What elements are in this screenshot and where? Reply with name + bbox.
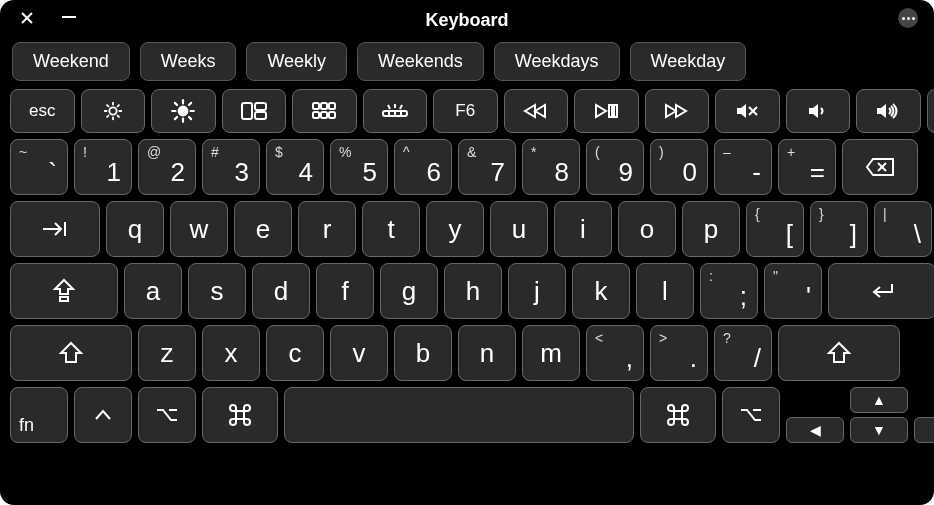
key-shift-label: < xyxy=(595,330,603,346)
close-button[interactable] xyxy=(18,10,36,28)
comma-key[interactable]: <, xyxy=(586,325,644,381)
svg-rect-57 xyxy=(60,297,68,301)
7-key[interactable]: &7 xyxy=(458,139,516,195)
more-options-button[interactable] xyxy=(898,8,918,28)
left-bracket-key[interactable]: {[ xyxy=(746,201,804,257)
left-command-key[interactable] xyxy=(202,387,278,443)
j-key[interactable]: j xyxy=(508,263,566,319)
suggestion-item[interactable]: Weekdays xyxy=(494,42,620,81)
6-key[interactable]: ^6 xyxy=(394,139,452,195)
right-bracket-key[interactable]: }] xyxy=(810,201,868,257)
9-key[interactable]: (9 xyxy=(586,139,644,195)
suggestion-item[interactable]: Weekends xyxy=(357,42,484,81)
i-key[interactable]: i xyxy=(554,201,612,257)
rewind-key[interactable] xyxy=(504,89,569,133)
z-key[interactable]: z xyxy=(138,325,196,381)
mute-key[interactable] xyxy=(715,89,780,133)
option-key[interactable] xyxy=(138,387,196,443)
semicolon-key[interactable]: :; xyxy=(700,263,758,319)
arrow-down-key[interactable]: ▼ xyxy=(850,417,908,443)
arrow-right-key[interactable]: ▶ xyxy=(914,417,934,443)
suggestion-item[interactable]: Weeks xyxy=(140,42,237,81)
list-key[interactable] xyxy=(927,89,935,133)
quote-key[interactable]: "' xyxy=(764,263,822,319)
play-pause-key[interactable] xyxy=(574,89,639,133)
arrow-up-key[interactable]: ▲ xyxy=(850,387,908,413)
l-key[interactable]: l xyxy=(636,263,694,319)
control-key[interactable] xyxy=(74,387,132,443)
v-key[interactable]: v xyxy=(330,325,388,381)
t-key[interactable]: t xyxy=(362,201,420,257)
arrow-left-key[interactable]: ◀ xyxy=(786,417,844,443)
key-label: j xyxy=(534,276,540,307)
x-key[interactable]: x xyxy=(202,325,260,381)
q-key[interactable]: q xyxy=(106,201,164,257)
fast-forward-key[interactable] xyxy=(645,89,710,133)
right-option-key[interactable] xyxy=(722,387,780,443)
slash-key[interactable]: ?/ xyxy=(714,325,772,381)
b-key[interactable]: b xyxy=(394,325,452,381)
caps-lock-key[interactable] xyxy=(10,263,118,319)
volume-down-icon xyxy=(807,102,829,120)
8-key[interactable]: *8 xyxy=(522,139,580,195)
h-key[interactable]: h xyxy=(444,263,502,319)
volume-up-key[interactable] xyxy=(856,89,921,133)
backtick-key[interactable]: ~` xyxy=(10,139,68,195)
2-key[interactable]: @2 xyxy=(138,139,196,195)
key-label: , xyxy=(626,343,633,374)
p-key[interactable]: p xyxy=(682,201,740,257)
esc-key[interactable]: esc xyxy=(10,89,75,133)
backslash-key[interactable]: |\ xyxy=(874,201,932,257)
f-key[interactable]: f xyxy=(316,263,374,319)
u-key[interactable]: u xyxy=(490,201,548,257)
c-key[interactable]: c xyxy=(266,325,324,381)
backspace-key[interactable] xyxy=(842,139,918,195)
a-key[interactable]: a xyxy=(124,263,182,319)
s-key[interactable]: s xyxy=(188,263,246,319)
0-key[interactable]: )0 xyxy=(650,139,708,195)
right-shift-key[interactable] xyxy=(778,325,900,381)
key-shift-label: ) xyxy=(659,144,664,160)
right-command-key[interactable] xyxy=(640,387,716,443)
left-shift-key[interactable] xyxy=(10,325,132,381)
keyboard-backlight-key[interactable] xyxy=(363,89,428,133)
volume-down-key[interactable] xyxy=(786,89,851,133)
minimize-button[interactable] xyxy=(62,16,76,18)
brightness-up-key[interactable] xyxy=(151,89,216,133)
n-key[interactable]: n xyxy=(458,325,516,381)
k-key[interactable]: k xyxy=(572,263,630,319)
svg-marker-39 xyxy=(666,105,676,117)
svg-rect-25 xyxy=(321,112,327,118)
window-title: Keyboard xyxy=(425,10,508,31)
minus-key[interactable]: –- xyxy=(714,139,772,195)
brightness-down-key[interactable] xyxy=(81,89,146,133)
space-key[interactable] xyxy=(284,387,634,443)
w-key[interactable]: w xyxy=(170,201,228,257)
5-key[interactable]: %5 xyxy=(330,139,388,195)
4-key[interactable]: $4 xyxy=(266,139,324,195)
return-key[interactable] xyxy=(828,263,934,319)
1-key[interactable]: !1 xyxy=(74,139,132,195)
e-key[interactable]: e xyxy=(234,201,292,257)
suggestion-item[interactable]: Weekday xyxy=(630,42,747,81)
y-key[interactable]: y xyxy=(426,201,484,257)
fn-key[interactable]: fn xyxy=(10,387,68,443)
d-key[interactable]: d xyxy=(252,263,310,319)
r-key[interactable]: r xyxy=(298,201,356,257)
tab-key[interactable] xyxy=(10,201,100,257)
f6-key[interactable]: F6 xyxy=(433,89,498,133)
suggestion-item[interactable]: Weekend xyxy=(12,42,130,81)
period-key[interactable]: >. xyxy=(650,325,708,381)
svg-rect-18 xyxy=(242,103,252,119)
suggestion-item[interactable]: Weekly xyxy=(246,42,347,81)
g-key[interactable]: g xyxy=(380,263,438,319)
o-key[interactable]: o xyxy=(618,201,676,257)
key-label: k xyxy=(595,276,608,307)
launchpad-key[interactable] xyxy=(292,89,357,133)
equals-key[interactable]: += xyxy=(778,139,836,195)
mission-control-key[interactable] xyxy=(222,89,287,133)
key-label: ] xyxy=(850,219,857,250)
m-key[interactable]: m xyxy=(522,325,580,381)
3-key[interactable]: #3 xyxy=(202,139,260,195)
control-icon xyxy=(93,404,113,427)
